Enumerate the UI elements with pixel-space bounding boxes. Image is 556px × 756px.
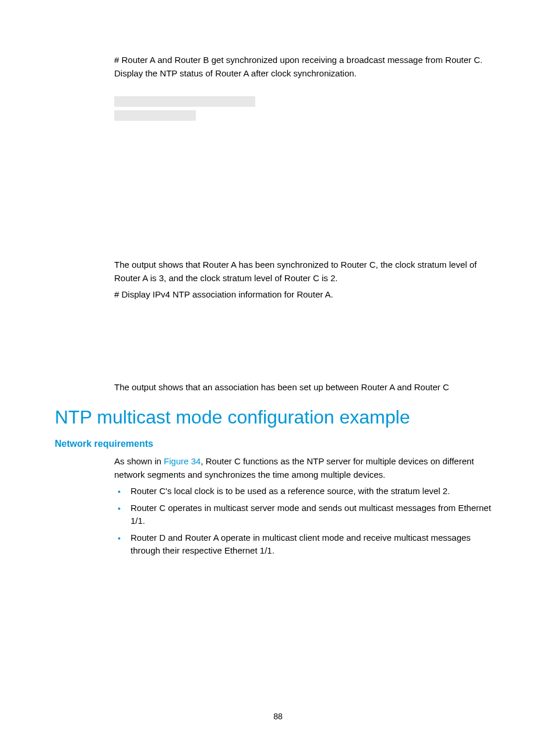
paragraph: As shown in Figure 34, Router C function…: [114, 455, 501, 481]
figure-link[interactable]: Figure 34: [164, 456, 200, 466]
output-gap: [55, 124, 501, 258]
redacted-line: [114, 110, 196, 121]
paragraph: The output shows that an association has…: [114, 381, 501, 394]
page-number: 88: [0, 712, 556, 721]
section-heading: NTP multicast mode configuration example: [55, 407, 501, 428]
output-gap: [55, 305, 501, 381]
sub-heading: Network requirements: [55, 439, 501, 449]
redacted-line: [114, 96, 255, 107]
list-item: Router D and Router A operate in multica…: [131, 531, 501, 558]
paragraph: # Router A and Router B get synchronized…: [114, 54, 501, 80]
bullet-list: Router C's local clock is to be used as …: [55, 485, 501, 558]
page: # Router A and Router B get synchronized…: [0, 0, 556, 558]
paragraph: # Display IPv4 NTP association informati…: [114, 288, 501, 302]
text: As shown in: [114, 456, 164, 466]
paragraph: The output shows that Router A has been …: [114, 258, 501, 285]
redacted-block: [114, 96, 501, 121]
list-item: Router C's local clock is to be used as …: [131, 485, 501, 498]
list-item: Router C operates in multicast server mo…: [131, 502, 501, 528]
